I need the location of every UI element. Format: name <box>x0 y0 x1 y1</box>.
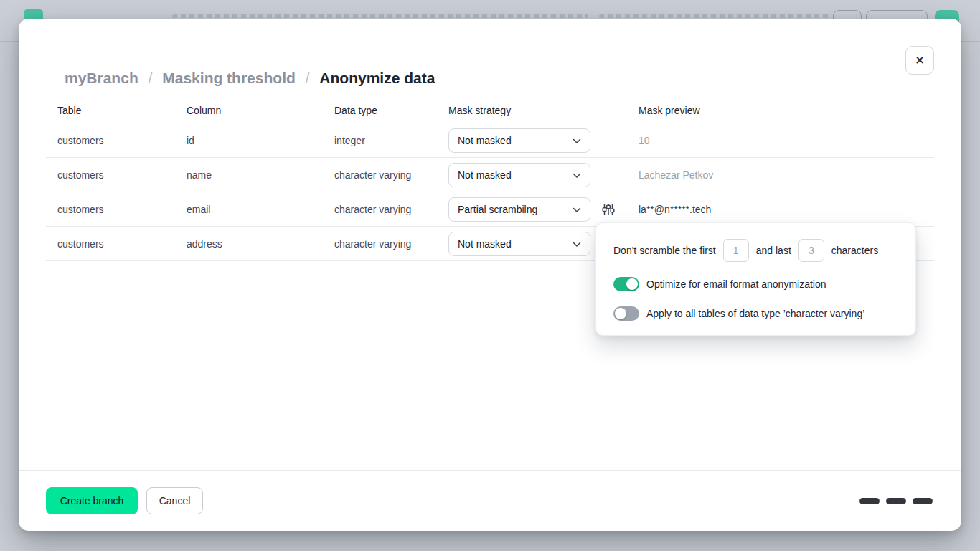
cell-table: customers <box>57 169 187 181</box>
cell-column: id <box>187 135 334 146</box>
breadcrumb-branch[interactable]: myBranch <box>65 70 138 87</box>
page-title: Anonymize data <box>319 70 435 87</box>
mask-strategy-select-email[interactable]: Partial scrambilng <box>448 197 590 222</box>
cell-column: email <box>187 204 334 215</box>
breadcrumb: myBranch / Masking threshold / Anonymize… <box>65 70 435 87</box>
select-value: Not masked <box>458 238 512 250</box>
last-chars-input[interactable] <box>798 239 824 262</box>
cell-data-type: character varying <box>334 238 448 250</box>
cell-table: customers <box>57 204 187 215</box>
backdrop-skeleton-text <box>599 14 829 18</box>
close-button[interactable]: ✕ <box>905 46 934 75</box>
chevron-down-icon <box>573 135 581 146</box>
mask-strategy-select-address[interactable]: Not masked <box>448 232 590 256</box>
scramble-text-before: Don't scramble the first <box>613 245 716 256</box>
cell-data-type: character varying <box>334 204 448 215</box>
mask-strategy-select-name[interactable]: Not masked <box>448 163 590 187</box>
chevron-down-icon <box>573 204 581 215</box>
cell-column: name <box>187 169 334 181</box>
scramble-text-middle: and last <box>756 245 791 256</box>
modal-footer: Create branch Cancel <box>19 470 961 531</box>
scramble-range-row: Don't scramble the first and last charac… <box>613 239 898 262</box>
col-header-mask-strategy: Mask strategy <box>448 105 639 116</box>
apply-all-toggle[interactable] <box>613 306 639 321</box>
toggle-knob <box>626 278 638 290</box>
col-header-column: Column <box>187 105 334 116</box>
anonymize-data-modal: myBranch / Masking threshold / Anonymize… <box>19 19 961 531</box>
first-chars-input[interactable] <box>723 239 749 262</box>
create-branch-button[interactable]: Create branch <box>46 487 138 514</box>
select-value: Partial scrambilng <box>458 204 537 215</box>
step-indicator <box>859 498 933 504</box>
cell-data-type: character varying <box>334 169 448 181</box>
col-header-table: Table <box>57 105 187 116</box>
table-header-row: Table Column Data type Mask strategy Mas… <box>46 98 934 123</box>
cell-column: address <box>187 238 334 250</box>
table-row-email: customers email character varying Partia… <box>46 192 934 227</box>
mask-preview-value: 10 <box>639 135 934 146</box>
backdrop-skeleton-text <box>172 14 588 18</box>
scramble-settings-icon[interactable] <box>601 202 616 217</box>
col-header-data-type: Data type <box>334 105 448 116</box>
email-optimize-label: Optimize for email format anonymization <box>646 278 826 290</box>
select-value: Not masked <box>458 135 512 146</box>
cell-table: customers <box>57 238 187 250</box>
cell-data-type: integer <box>334 135 448 146</box>
scramble-text-after: characters <box>831 245 878 256</box>
cancel-button[interactable]: Cancel <box>146 487 203 514</box>
apply-all-label: Apply to all tables of data type ’charac… <box>646 308 864 319</box>
step-dash <box>913 498 933 504</box>
toggle-knob <box>615 308 626 319</box>
breadcrumb-masking-threshold[interactable]: Masking threshold <box>162 70 296 87</box>
table-row-name: customers name character varying Not mas… <box>46 158 934 192</box>
select-value: Not masked <box>458 169 512 181</box>
breadcrumb-separator: / <box>306 70 310 87</box>
cell-table: customers <box>57 135 187 146</box>
close-icon: ✕ <box>915 53 925 68</box>
breadcrumb-separator: / <box>149 70 153 87</box>
apply-all-row: Apply to all tables of data type ’charac… <box>613 306 898 321</box>
mask-preview-value: la**@n*****.tech <box>639 204 934 215</box>
table-row-id: customers id integer Not masked 10 <box>46 123 934 158</box>
email-optimize-toggle[interactable] <box>613 277 639 291</box>
mask-preview-value: Lachezar Petkov <box>639 169 934 181</box>
col-header-mask-preview: Mask preview <box>639 105 934 116</box>
partial-scrambling-popover: Don't scramble the first and last charac… <box>595 222 916 336</box>
mask-strategy-select-id[interactable]: Not masked <box>448 128 590 153</box>
step-dash <box>886 498 906 504</box>
step-dash <box>859 498 880 504</box>
email-optimize-row: Optimize for email format anonymization <box>613 277 898 291</box>
chevron-down-icon <box>573 238 581 250</box>
chevron-down-icon <box>573 169 581 181</box>
